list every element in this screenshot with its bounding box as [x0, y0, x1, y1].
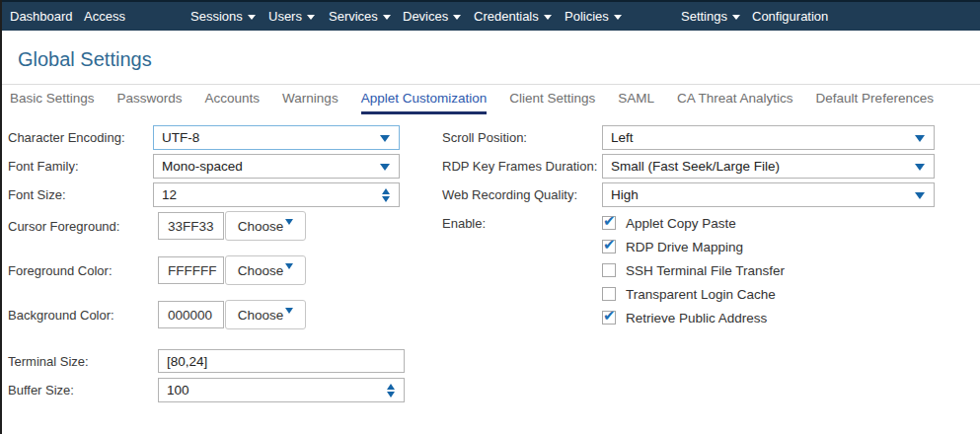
chevron-down-icon [915, 135, 925, 142]
chevron-down-icon [915, 164, 925, 171]
nav-item-configuration[interactable]: Configuration [752, 2, 828, 31]
tab-passwords[interactable]: Passwords [117, 91, 183, 114]
field-label: Background Color: [8, 308, 158, 323]
select-value: Mono-spaced [162, 159, 243, 174]
checkbox-icon: ✔ [602, 240, 616, 253]
tab-default-preferences[interactable]: Default Preferences [816, 91, 934, 114]
chevron-down-icon [307, 15, 315, 20]
tab-basic-settings[interactable]: Basic Settings [10, 91, 95, 114]
nav-item-dashboard[interactable]: Dashboard [10, 2, 73, 31]
chevron-down-icon [453, 15, 461, 20]
check-icon: ✔ [603, 307, 616, 325]
foreground-color-choose-button[interactable]: Choose [225, 255, 306, 285]
background-color-input[interactable] [158, 301, 224, 328]
chevron-down-icon [285, 263, 293, 269]
web-recording-quality-select[interactable]: High [602, 182, 935, 207]
background-color-choose-button[interactable]: Choose [225, 300, 306, 329]
checkbox-icon: ✔ [602, 216, 616, 230]
stepper-value: 12 [162, 187, 177, 202]
tab-client-settings[interactable]: Client Settings [509, 91, 595, 114]
nav-item-settings[interactable]: Settings [681, 2, 740, 31]
chevron-down-icon [380, 135, 390, 142]
checkbox-retrieve-public-address[interactable]: ✔ Retrieve Public Address [602, 306, 785, 329]
checkbox-applet-copy-paste[interactable]: ✔ Applet Copy Paste [602, 211, 785, 235]
field-label: Character Encoding: [8, 130, 153, 145]
select-value: Small (Fast Seek/Large File) [611, 159, 780, 174]
stepper-arrows-icon[interactable] [387, 384, 395, 398]
field-label: Enable: [442, 216, 602, 231]
nav-item-policies[interactable]: Policies [565, 2, 622, 31]
top-navbar: Dashboard Access Sessions Users Services… [0, 0, 980, 31]
stepper-arrows-icon[interactable] [382, 188, 390, 202]
tab-ca-threat-analytics[interactable]: CA Threat Analytics [677, 91, 793, 114]
terminal-size-input[interactable] [158, 349, 405, 373]
checkbox-icon: ✔ [602, 263, 616, 277]
field-label: Foreground Color: [8, 263, 158, 278]
nav-item-services[interactable]: Services [329, 2, 391, 31]
window-edge [0, 0, 2, 434]
tab-applet-customization[interactable]: Applet Customization [361, 91, 488, 114]
field-label: RDP Key Frames Duration: [442, 159, 602, 174]
chevron-down-icon [732, 15, 740, 20]
field-label: Web Recording Quality: [442, 187, 602, 202]
checkbox-rdp-drive-mapping[interactable]: ✔ RDP Drive Mapping [602, 235, 785, 258]
check-icon: ✔ [603, 236, 616, 253]
select-value: UTF-8 [162, 130, 199, 145]
chevron-down-icon [915, 192, 925, 199]
nav-item-sessions[interactable]: Sessions [190, 2, 256, 31]
chevron-down-icon [285, 219, 293, 225]
field-label: Scroll Position: [442, 130, 602, 145]
checkbox-icon: ✔ [602, 311, 616, 325]
rdp-key-frames-duration-select[interactable]: Small (Fast Seek/Large File) [602, 154, 935, 179]
nav-item-users[interactable]: Users [268, 2, 315, 31]
font-size-stepper[interactable]: 12 [153, 182, 400, 207]
foreground-color-input[interactable] [158, 256, 224, 284]
cursor-foreground-choose-button[interactable]: Choose [225, 211, 306, 241]
tab-saml[interactable]: SAML [618, 91, 654, 114]
scroll-position-select[interactable]: Left [602, 125, 935, 150]
checkbox-icon: ✔ [602, 287, 616, 301]
chevron-down-icon [380, 164, 390, 171]
buffer-size-stepper[interactable]: 100 [158, 378, 405, 402]
section-divider [2, 84, 980, 85]
cursor-foreground-input[interactable] [158, 212, 224, 240]
field-label: Font Size: [8, 187, 153, 202]
field-label: Cursor Foreground: [8, 219, 158, 234]
check-icon: ✔ [603, 212, 616, 230]
enable-checkbox-group: ✔ Applet Copy Paste ✔ RDP Drive Mapping … [602, 211, 785, 329]
character-encoding-select[interactable]: UTF-8 [153, 125, 400, 150]
global-settings-page: Dashboard Access Sessions Users Services… [0, 0, 980, 434]
page-title: Global Settings [18, 48, 152, 71]
tab-warnings[interactable]: Warnings [282, 91, 339, 114]
nav-item-devices[interactable]: Devices [403, 2, 461, 31]
tab-accounts[interactable]: Accounts [205, 91, 261, 114]
nav-item-access[interactable]: Access [84, 2, 125, 31]
field-label: Terminal Size: [8, 354, 158, 369]
select-value: High [611, 187, 639, 202]
chevron-down-icon [285, 308, 293, 314]
font-family-select[interactable]: Mono-spaced [153, 154, 400, 179]
chevron-down-icon [614, 15, 622, 20]
nav-item-credentials[interactable]: Credentials [474, 2, 552, 31]
settings-tab-bar: Basic Settings Passwords Accounts Warnin… [10, 91, 934, 114]
chevron-down-icon [544, 15, 552, 20]
stepper-value: 100 [167, 383, 189, 398]
checkbox-transparent-login-cache[interactable]: ✔ Transparent Login Cache [602, 282, 785, 306]
select-value: Left [611, 130, 634, 145]
field-label: Buffer Size: [8, 383, 158, 398]
checkbox-ssh-terminal-file-transfer[interactable]: ✔ SSH Terminal File Transfer [602, 258, 785, 282]
chevron-down-icon [248, 15, 256, 20]
field-label: Font Family: [8, 159, 153, 174]
chevron-down-icon [383, 15, 391, 20]
